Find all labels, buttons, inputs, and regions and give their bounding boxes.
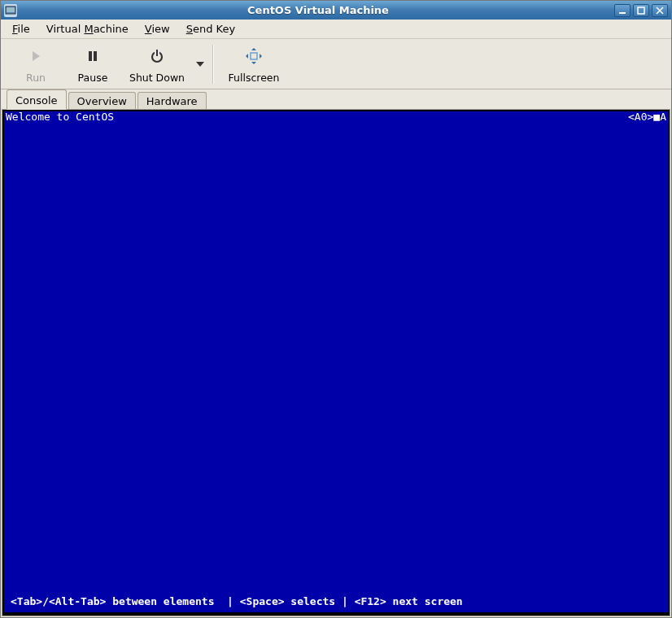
menu-send-key[interactable]: Send Key — [180, 21, 242, 37]
tab-area: Console Overview Hardware Welcome to Cen… — [1, 89, 671, 617]
fullscreen-icon — [245, 46, 263, 67]
console-welcome-text: Welcome to CentOS — [6, 111, 114, 123]
menu-virtual-machine[interactable]: Virtual Machine — [40, 21, 135, 37]
titlebar[interactable]: CentOS Virtual Machine — [1, 1, 671, 20]
svg-rect-1 — [7, 7, 15, 12]
toolbar-separator — [212, 45, 214, 84]
window-controls — [614, 4, 668, 17]
console-screen[interactable]: Welcome to CentOS <A0>■A <Tab>/<Alt-Tab>… — [4, 111, 668, 614]
shutdown-dropdown-arrow[interactable] — [193, 42, 207, 86]
pause-icon — [86, 46, 99, 67]
vm-window: CentOS Virtual Machine File Virtual Mach… — [0, 0, 672, 618]
window-title: CentOS Virtual Machine — [22, 4, 614, 16]
pause-label: Pause — [78, 72, 108, 84]
svg-rect-9 — [156, 50, 158, 56]
run-label: Run — [26, 72, 46, 84]
tab-console[interactable]: Console — [7, 89, 67, 110]
run-button: Run — [7, 42, 64, 85]
close-button[interactable] — [652, 4, 668, 17]
fullscreen-button[interactable]: Fullscreen — [219, 42, 289, 85]
power-icon — [150, 46, 164, 67]
maximize-button[interactable] — [633, 4, 649, 17]
menubar: File Virtual Machine View Send Key — [1, 20, 671, 39]
console-help-text: <Tab>/<Alt-Tab> between elements | <Spac… — [4, 595, 668, 607]
svg-rect-4 — [89, 51, 92, 61]
menu-file[interactable]: File — [6, 21, 37, 37]
play-icon — [29, 46, 42, 67]
console-top-right-text: <A0>■A — [628, 111, 666, 123]
shutdown-button[interactable]: Shut Down — [121, 42, 193, 85]
console-panel[interactable]: Welcome to CentOS <A0>■A <Tab>/<Alt-Tab>… — [2, 109, 670, 616]
svg-rect-3 — [638, 7, 644, 14]
tab-overview[interactable]: Overview — [68, 92, 136, 110]
svg-rect-10 — [251, 53, 257, 59]
toolbar: Run Pause Shut Down — [1, 39, 671, 89]
svg-rect-2 — [619, 12, 626, 14]
menu-view[interactable]: View — [138, 21, 177, 37]
pause-button[interactable]: Pause — [64, 42, 121, 85]
tab-hardware[interactable]: Hardware — [137, 92, 207, 110]
fullscreen-label: Fullscreen — [229, 72, 280, 84]
tab-strip: Console Overview Hardware — [2, 89, 670, 109]
svg-rect-5 — [94, 51, 97, 61]
minimize-button[interactable] — [614, 4, 631, 17]
app-icon — [4, 4, 17, 17]
shutdown-label: Shut Down — [129, 72, 185, 84]
